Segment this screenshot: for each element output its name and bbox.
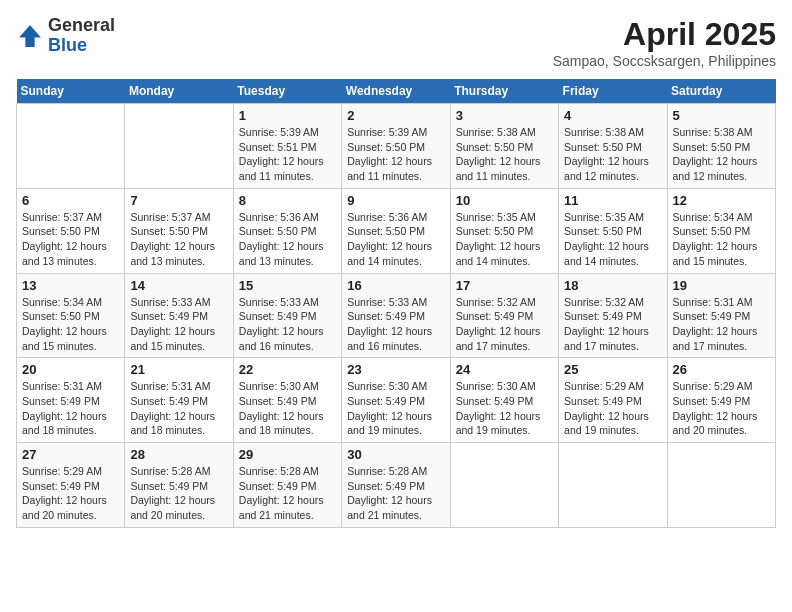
day-cell	[667, 443, 775, 528]
day-number: 27	[22, 447, 119, 462]
day-cell: 11Sunrise: 5:35 AMSunset: 5:50 PMDayligh…	[559, 188, 667, 273]
day-number: 14	[130, 278, 227, 293]
day-number: 4	[564, 108, 661, 123]
day-cell: 29Sunrise: 5:28 AMSunset: 5:49 PMDayligh…	[233, 443, 341, 528]
day-number: 30	[347, 447, 444, 462]
day-detail: Sunrise: 5:37 AMSunset: 5:50 PMDaylight:…	[130, 210, 227, 269]
day-detail: Sunrise: 5:36 AMSunset: 5:50 PMDaylight:…	[239, 210, 336, 269]
day-cell: 27Sunrise: 5:29 AMSunset: 5:49 PMDayligh…	[17, 443, 125, 528]
logo-text: General Blue	[48, 16, 115, 56]
svg-marker-0	[19, 25, 41, 47]
day-number: 22	[239, 362, 336, 377]
day-detail: Sunrise: 5:30 AMSunset: 5:49 PMDaylight:…	[239, 379, 336, 438]
month-title: April 2025	[553, 16, 776, 53]
day-cell: 23Sunrise: 5:30 AMSunset: 5:49 PMDayligh…	[342, 358, 450, 443]
day-number: 1	[239, 108, 336, 123]
calendar-table: SundayMondayTuesdayWednesdayThursdayFrid…	[16, 79, 776, 528]
day-cell: 16Sunrise: 5:33 AMSunset: 5:49 PMDayligh…	[342, 273, 450, 358]
day-detail: Sunrise: 5:33 AMSunset: 5:49 PMDaylight:…	[347, 295, 444, 354]
day-cell: 9Sunrise: 5:36 AMSunset: 5:50 PMDaylight…	[342, 188, 450, 273]
day-detail: Sunrise: 5:34 AMSunset: 5:50 PMDaylight:…	[22, 295, 119, 354]
day-detail: Sunrise: 5:39 AMSunset: 5:51 PMDaylight:…	[239, 125, 336, 184]
day-number: 21	[130, 362, 227, 377]
day-detail: Sunrise: 5:28 AMSunset: 5:49 PMDaylight:…	[347, 464, 444, 523]
day-cell: 15Sunrise: 5:33 AMSunset: 5:49 PMDayligh…	[233, 273, 341, 358]
day-cell: 18Sunrise: 5:32 AMSunset: 5:49 PMDayligh…	[559, 273, 667, 358]
day-detail: Sunrise: 5:32 AMSunset: 5:49 PMDaylight:…	[456, 295, 553, 354]
day-detail: Sunrise: 5:38 AMSunset: 5:50 PMDaylight:…	[673, 125, 770, 184]
day-number: 23	[347, 362, 444, 377]
day-detail: Sunrise: 5:28 AMSunset: 5:49 PMDaylight:…	[239, 464, 336, 523]
day-number: 12	[673, 193, 770, 208]
day-detail: Sunrise: 5:29 AMSunset: 5:49 PMDaylight:…	[22, 464, 119, 523]
day-number: 24	[456, 362, 553, 377]
day-cell: 28Sunrise: 5:28 AMSunset: 5:49 PMDayligh…	[125, 443, 233, 528]
day-detail: Sunrise: 5:39 AMSunset: 5:50 PMDaylight:…	[347, 125, 444, 184]
day-number: 6	[22, 193, 119, 208]
day-cell: 7Sunrise: 5:37 AMSunset: 5:50 PMDaylight…	[125, 188, 233, 273]
day-detail: Sunrise: 5:37 AMSunset: 5:50 PMDaylight:…	[22, 210, 119, 269]
page-header: General Blue April 2025 Sampao, Soccsksa…	[16, 16, 776, 69]
day-detail: Sunrise: 5:29 AMSunset: 5:49 PMDaylight:…	[564, 379, 661, 438]
day-number: 26	[673, 362, 770, 377]
day-cell: 5Sunrise: 5:38 AMSunset: 5:50 PMDaylight…	[667, 104, 775, 189]
col-header-monday: Monday	[125, 79, 233, 104]
day-number: 11	[564, 193, 661, 208]
day-cell: 25Sunrise: 5:29 AMSunset: 5:49 PMDayligh…	[559, 358, 667, 443]
day-number: 20	[22, 362, 119, 377]
week-row-4: 27Sunrise: 5:29 AMSunset: 5:49 PMDayligh…	[17, 443, 776, 528]
day-number: 29	[239, 447, 336, 462]
day-detail: Sunrise: 5:38 AMSunset: 5:50 PMDaylight:…	[564, 125, 661, 184]
day-number: 16	[347, 278, 444, 293]
col-header-friday: Friday	[559, 79, 667, 104]
day-number: 10	[456, 193, 553, 208]
day-cell: 2Sunrise: 5:39 AMSunset: 5:50 PMDaylight…	[342, 104, 450, 189]
location: Sampao, Soccsksargen, Philippines	[553, 53, 776, 69]
day-detail: Sunrise: 5:30 AMSunset: 5:49 PMDaylight:…	[456, 379, 553, 438]
day-number: 5	[673, 108, 770, 123]
day-number: 17	[456, 278, 553, 293]
day-cell	[450, 443, 558, 528]
day-number: 3	[456, 108, 553, 123]
day-detail: Sunrise: 5:35 AMSunset: 5:50 PMDaylight:…	[456, 210, 553, 269]
day-cell: 6Sunrise: 5:37 AMSunset: 5:50 PMDaylight…	[17, 188, 125, 273]
day-detail: Sunrise: 5:38 AMSunset: 5:50 PMDaylight:…	[456, 125, 553, 184]
col-header-sunday: Sunday	[17, 79, 125, 104]
col-header-saturday: Saturday	[667, 79, 775, 104]
day-detail: Sunrise: 5:33 AMSunset: 5:49 PMDaylight:…	[239, 295, 336, 354]
col-header-wednesday: Wednesday	[342, 79, 450, 104]
week-row-3: 20Sunrise: 5:31 AMSunset: 5:49 PMDayligh…	[17, 358, 776, 443]
day-cell: 20Sunrise: 5:31 AMSunset: 5:49 PMDayligh…	[17, 358, 125, 443]
day-number: 15	[239, 278, 336, 293]
day-cell: 24Sunrise: 5:30 AMSunset: 5:49 PMDayligh…	[450, 358, 558, 443]
day-detail: Sunrise: 5:32 AMSunset: 5:49 PMDaylight:…	[564, 295, 661, 354]
day-number: 25	[564, 362, 661, 377]
day-detail: Sunrise: 5:33 AMSunset: 5:49 PMDaylight:…	[130, 295, 227, 354]
week-row-0: 1Sunrise: 5:39 AMSunset: 5:51 PMDaylight…	[17, 104, 776, 189]
logo-icon	[16, 22, 44, 50]
day-number: 7	[130, 193, 227, 208]
day-cell: 3Sunrise: 5:38 AMSunset: 5:50 PMDaylight…	[450, 104, 558, 189]
col-header-thursday: Thursday	[450, 79, 558, 104]
col-header-tuesday: Tuesday	[233, 79, 341, 104]
day-detail: Sunrise: 5:30 AMSunset: 5:49 PMDaylight:…	[347, 379, 444, 438]
week-row-2: 13Sunrise: 5:34 AMSunset: 5:50 PMDayligh…	[17, 273, 776, 358]
logo-blue: Blue	[48, 36, 115, 56]
day-detail: Sunrise: 5:31 AMSunset: 5:49 PMDaylight:…	[130, 379, 227, 438]
day-cell: 22Sunrise: 5:30 AMSunset: 5:49 PMDayligh…	[233, 358, 341, 443]
day-detail: Sunrise: 5:35 AMSunset: 5:50 PMDaylight:…	[564, 210, 661, 269]
day-cell: 13Sunrise: 5:34 AMSunset: 5:50 PMDayligh…	[17, 273, 125, 358]
day-cell: 8Sunrise: 5:36 AMSunset: 5:50 PMDaylight…	[233, 188, 341, 273]
day-cell: 17Sunrise: 5:32 AMSunset: 5:49 PMDayligh…	[450, 273, 558, 358]
logo-general: General	[48, 16, 115, 36]
day-detail: Sunrise: 5:36 AMSunset: 5:50 PMDaylight:…	[347, 210, 444, 269]
day-cell: 19Sunrise: 5:31 AMSunset: 5:49 PMDayligh…	[667, 273, 775, 358]
day-number: 13	[22, 278, 119, 293]
day-detail: Sunrise: 5:31 AMSunset: 5:49 PMDaylight:…	[22, 379, 119, 438]
day-detail: Sunrise: 5:31 AMSunset: 5:49 PMDaylight:…	[673, 295, 770, 354]
day-detail: Sunrise: 5:29 AMSunset: 5:49 PMDaylight:…	[673, 379, 770, 438]
day-cell: 1Sunrise: 5:39 AMSunset: 5:51 PMDaylight…	[233, 104, 341, 189]
day-cell: 10Sunrise: 5:35 AMSunset: 5:50 PMDayligh…	[450, 188, 558, 273]
day-number: 18	[564, 278, 661, 293]
day-cell	[125, 104, 233, 189]
